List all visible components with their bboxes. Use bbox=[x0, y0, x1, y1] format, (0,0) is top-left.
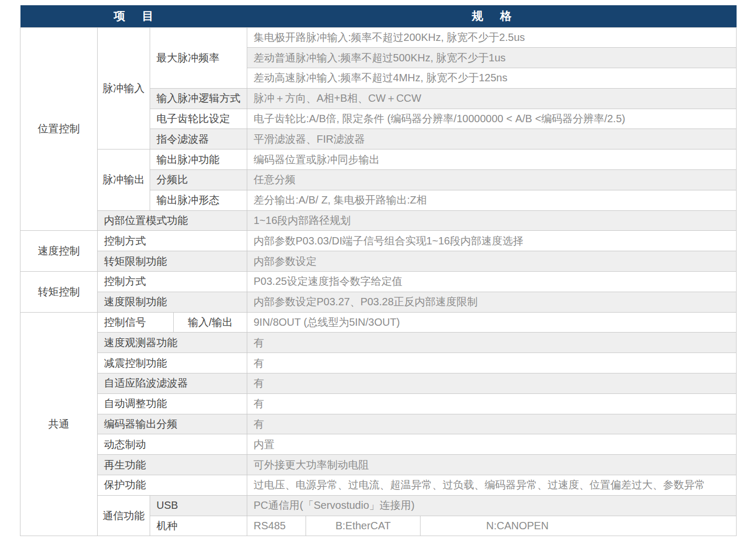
spec-table: 项目 规格 位置控制 脉冲输入 最大脉冲频率 集电极开路脉冲输入:频率不超过20… bbox=[20, 5, 737, 536]
item-label-electronic-gear: 电子齿轮比设定 bbox=[150, 109, 247, 129]
table-row: 通信功能 USB PC通信用(「Servostudio」连接用) bbox=[20, 495, 737, 516]
table-row: 转矩限制功能 内部参数设定 bbox=[20, 251, 737, 272]
spec-value-regeneration: 可外接更大功率制动电阻 bbox=[247, 455, 737, 475]
table-row: 共通 控制信号 输入/输出 9IN/8OUT (总线型为5IN/3OUT) bbox=[20, 312, 737, 333]
table-row: 速度限制功能 内部参数设定P03.27、P03.28正反内部速度限制 bbox=[20, 292, 737, 312]
item-label-speed-limit: 速度限制功能 bbox=[98, 292, 247, 312]
header-spec-label: 规格 bbox=[472, 9, 529, 23]
spec-value-differential-high-speed: 差动高速脉冲输入:频率不超过4MHz, 脉宽不少于125ns bbox=[247, 68, 737, 89]
spec-value-protection: 过电压、电源异常、过电流、超温异常、过负载、编码器异常、过速度、位置偏差过大、参… bbox=[247, 475, 737, 496]
spec-value-speed-control-mode: 内部参数P03.03/DI端子信号组合实现1~16段内部速度选择 bbox=[247, 231, 737, 251]
table-row: 位置控制 脉冲输入 最大脉冲频率 集电极开路脉冲输入:频率不超过200KHz, … bbox=[20, 27, 737, 48]
spec-value-differential-normal: 差动普通脉冲输入:频率不超过500KHz, 脉宽不少于1us bbox=[247, 48, 737, 68]
item-label-speed-control-mode: 控制方式 bbox=[98, 231, 247, 251]
group-cell-common: 共通 bbox=[20, 312, 98, 536]
table-row: 编码器输出分频 有 bbox=[20, 414, 737, 434]
table-row: 保护功能 过电压、电源异常、过电流、超温异常、过负载、编码器异常、过速度、位置偏… bbox=[20, 475, 737, 496]
spec-value-speed-observer: 有 bbox=[247, 333, 737, 353]
item-label-usb: USB bbox=[150, 495, 247, 516]
spec-value-internal-position-mode: 1~16段内部路径规划 bbox=[247, 210, 737, 231]
item-label-pulse-logic: 输入脉冲逻辑方式 bbox=[150, 88, 247, 109]
item-label-speed-observer: 速度观测器功能 bbox=[98, 333, 247, 353]
group-cell-torque-control: 转矩控制 bbox=[20, 272, 98, 313]
subgroup-cell-pulse-output: 脉冲输出 bbox=[98, 149, 150, 210]
spec-value-open-collector: 集电极开路脉冲输入:频率不超过200KHz, 脉宽不少于2.5us bbox=[247, 27, 737, 48]
table-row: 再生功能 可外接更大功率制动电阻 bbox=[20, 455, 737, 475]
spec-value-auto-tuning: 有 bbox=[247, 393, 737, 414]
spec-value-torque-control-mode: P03.25设定速度指令数字给定值 bbox=[247, 272, 737, 292]
item-label-division-ratio: 分频比 bbox=[150, 170, 247, 190]
spec-value-division-ratio: 任意分频 bbox=[247, 170, 737, 190]
item-label-control-signal: 控制信号 bbox=[98, 312, 174, 333]
item-label-protection: 保护功能 bbox=[98, 475, 247, 496]
header-item-column: 项目 bbox=[20, 5, 247, 27]
subgroup-cell-communication: 通信功能 bbox=[98, 495, 150, 536]
table-row: 速度观测器功能 有 bbox=[20, 333, 737, 353]
item-label-command-filter: 指令滤波器 bbox=[150, 129, 247, 149]
group-cell-position-control: 位置控制 bbox=[20, 27, 98, 231]
header-spec-column: 规格 bbox=[247, 5, 737, 27]
spec-value-output-function: 编码器位置或脉冲同步输出 bbox=[247, 149, 737, 170]
item-label-internal-position-mode: 内部位置模式功能 bbox=[98, 210, 247, 231]
table-row: 减震控制功能 有 bbox=[20, 353, 737, 373]
table-row: 自动调整功能 有 bbox=[20, 393, 737, 414]
table-header-row: 项目 规格 bbox=[20, 5, 737, 27]
item-label-io: 输入/输出 bbox=[174, 312, 247, 333]
item-label-torque-limit: 转矩限制功能 bbox=[98, 251, 247, 272]
spec-value-damping-control: 有 bbox=[247, 353, 737, 373]
spec-value-rs485: RS485 bbox=[247, 516, 306, 536]
spec-value-usb: PC通信用(「Servostudio」连接用) bbox=[247, 495, 737, 516]
item-label-damping-control: 减震控制功能 bbox=[98, 353, 247, 373]
item-label-auto-tuning: 自动调整功能 bbox=[98, 393, 247, 414]
item-label-output-function: 输出脉冲功能 bbox=[150, 149, 247, 170]
spec-value-ethercat: B:EtherCAT bbox=[306, 516, 421, 536]
spec-value-encoder-output-division: 有 bbox=[247, 414, 737, 434]
spec-value-electronic-gear: 电子齿轮比:A/B倍, 限定条件 (编码器分辨率/10000000 < A/B … bbox=[247, 109, 737, 129]
table-row: 脉冲输出 输出脉冲功能 编码器位置或脉冲同步输出 bbox=[20, 149, 737, 170]
spec-value-canopen: N:CANOPEN bbox=[421, 516, 737, 536]
item-label-output-form: 输出脉冲形态 bbox=[150, 190, 247, 210]
item-label-max-pulse-freq: 最大脉冲频率 bbox=[150, 27, 247, 88]
table-row: 速度控制 控制方式 内部参数P03.03/DI端子信号组合实现1~16段内部速度… bbox=[20, 231, 737, 251]
spec-value-speed-limit: 内部参数设定P03.27、P03.28正反内部速度限制 bbox=[247, 292, 737, 312]
spec-value-torque-limit: 内部参数设定 bbox=[247, 251, 737, 272]
spec-value-dynamic-brake: 内置 bbox=[247, 434, 737, 455]
spec-value-command-filter: 平滑滤波器、FIR滤波器 bbox=[247, 129, 737, 149]
table-row: 动态制动 内置 bbox=[20, 434, 737, 455]
spec-value-output-form: 差分输出:A/B/ Z, 集电极开路输出:Z相 bbox=[247, 190, 737, 210]
item-label-regeneration: 再生功能 bbox=[98, 455, 247, 475]
table-row: 转矩控制 控制方式 P03.25设定速度指令数字给定值 bbox=[20, 272, 737, 292]
subgroup-cell-pulse-input: 脉冲输入 bbox=[98, 27, 150, 149]
header-item-label: 项目 bbox=[114, 9, 171, 23]
item-label-torque-control-mode: 控制方式 bbox=[98, 272, 247, 292]
item-label-encoder-output-division: 编码器输出分频 bbox=[98, 414, 247, 434]
item-label-adaptive-notch: 自适应陷波滤波器 bbox=[98, 373, 247, 394]
spec-value-control-signal: 9IN/8OUT (总线型为5IN/3OUT) bbox=[247, 312, 737, 333]
spec-value-adaptive-notch: 有 bbox=[247, 373, 737, 394]
table-row: 自适应陷波滤波器 有 bbox=[20, 373, 737, 394]
item-label-model: 机种 bbox=[150, 516, 247, 536]
item-label-dynamic-brake: 动态制动 bbox=[98, 434, 247, 455]
group-cell-speed-control: 速度控制 bbox=[20, 231, 98, 272]
spec-value-pulse-logic: 脉冲＋方向、A相+B相、CW＋CCW bbox=[247, 88, 737, 109]
table-row: 内部位置模式功能 1~16段内部路径规划 bbox=[20, 210, 737, 231]
